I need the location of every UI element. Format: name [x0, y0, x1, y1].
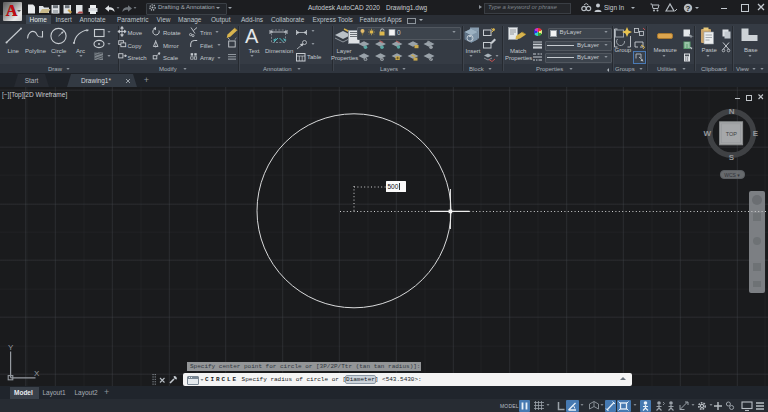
- svg-text:W: W: [704, 129, 712, 138]
- svg-text:TOP: TOP: [726, 131, 738, 137]
- svg-text:S: S: [729, 153, 735, 162]
- svg-text:N: N: [729, 107, 735, 116]
- svg-text:E: E: [753, 129, 759, 138]
- svg-text:Y: Y: [8, 343, 14, 352]
- svg-text:X: X: [34, 369, 40, 378]
- svg-text:?: ?: [685, 3, 690, 12]
